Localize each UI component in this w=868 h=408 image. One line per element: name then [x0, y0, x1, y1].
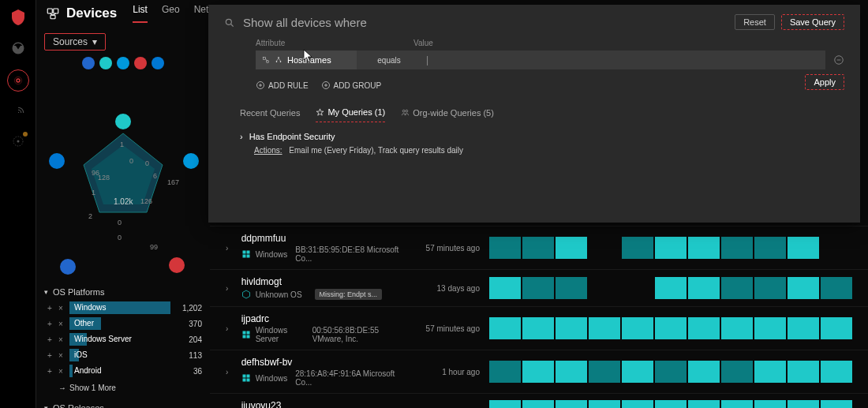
device-name: defhsbwf-bv: [241, 357, 410, 368]
activity-cell: [556, 361, 587, 383]
tab-list[interactable]: List: [133, 4, 148, 23]
chevron-down-icon: ▾: [44, 288, 48, 296]
reset-button[interactable]: Reset: [735, 14, 775, 30]
nav-dashboard-icon[interactable]: [11, 41, 25, 55]
activity-cell: [821, 361, 852, 383]
expand-icon[interactable]: ›: [226, 284, 232, 293]
operator-select[interactable]: equals: [357, 51, 421, 69]
device-os: Windows: [256, 374, 288, 383]
device-row[interactable]: › ijpadrc Windows Server 00:50:56:8B:DE:…: [210, 306, 868, 350]
radar-node[interactable]: [115, 114, 131, 129]
chevron-right-icon: ›: [240, 132, 243, 141]
device-row[interactable]: › hivldmogt Unknown OS Missing: Endpt s.…: [210, 269, 868, 306]
os-platform-row[interactable]: + × iOS 113: [44, 347, 202, 363]
star-icon: [316, 108, 324, 117]
add-filter-icon[interactable]: +: [44, 304, 55, 313]
apply-button[interactable]: Apply: [805, 74, 844, 90]
activity-cell: [754, 277, 786, 299]
radar-chart: 1.02k 1 96 128 6 167 99 126 2 1 0 0 0 0: [44, 74, 202, 279]
qtab-my[interactable]: My Queries (1): [316, 107, 385, 122]
devices-icon: [46, 6, 60, 21]
activity-cell: [489, 361, 521, 383]
value-input[interactable]: [430, 55, 821, 65]
add-filter-icon[interactable]: +: [44, 335, 55, 344]
os-releases-header[interactable]: ▾ OS Releases: [44, 400, 202, 408]
activity-cell: [721, 317, 753, 339]
page-title-text: Devices: [66, 6, 117, 21]
qtab-org[interactable]: Org-wide Queries (5): [401, 107, 494, 122]
expand-icon[interactable]: ›: [226, 324, 232, 333]
remove-filter-icon[interactable]: ×: [55, 304, 66, 313]
app-logo[interactable]: [9, 8, 28, 27]
add-rule-button[interactable]: ADD RULE: [256, 80, 309, 90]
nav-radar-icon[interactable]: [11, 106, 25, 120]
qtab-recent[interactable]: Recent Queries: [240, 107, 300, 122]
os-name: Windows: [74, 303, 107, 312]
os-platform-row[interactable]: + × Other 370: [44, 316, 202, 331]
add-filter-icon[interactable]: +: [44, 367, 55, 376]
source-icon[interactable]: [117, 57, 129, 69]
device-row[interactable]: › ddpmmfuu Windows BB:31:B5:95:DE:E8 Mic…: [210, 226, 868, 269]
nav-devices-icon[interactable]: [7, 69, 29, 92]
remove-filter-icon[interactable]: ×: [55, 367, 66, 376]
saved-query-name: Has Endpoint Security: [249, 132, 335, 141]
activity-cell: [821, 317, 852, 339]
svg-rect-5: [54, 9, 58, 13]
radar-node[interactable]: [49, 153, 65, 169]
expand-icon[interactable]: ›: [226, 368, 232, 376]
add-filter-icon[interactable]: +: [44, 351, 55, 360]
tab-geo[interactable]: Geo: [162, 4, 180, 23]
save-query-button[interactable]: Save Query: [781, 14, 844, 30]
sidebar: Sources ▾ 1.02k 1 96 128 6 167: [36, 27, 210, 408]
radar-node[interactable]: [169, 257, 185, 273]
source-icon[interactable]: [82, 57, 95, 69]
device-row[interactable]: › ijuvoyu23 Windows EC:F4:BB:F0:CE:2F De…: [210, 393, 868, 408]
device-os: Unknown OS: [256, 290, 302, 299]
radar-label: 0: [118, 219, 122, 226]
saved-query-row[interactable]: › Has Endpoint Security: [240, 132, 844, 141]
add-group-button[interactable]: ADD GROUP: [321, 80, 382, 90]
activity-cell: [788, 237, 819, 259]
source-icon[interactable]: [152, 57, 164, 69]
radar-node[interactable]: [183, 153, 199, 169]
os-count: 204: [170, 335, 202, 344]
svg-rect-15: [242, 331, 245, 335]
page-title: Devices: [46, 6, 117, 21]
leftnav: [0, 0, 36, 408]
remove-filter-icon[interactable]: ×: [55, 335, 66, 344]
os-platform-row[interactable]: + × Windows 1,202: [44, 300, 202, 316]
os-platform-row[interactable]: + × Windows Server 204: [44, 331, 202, 347]
os-count: 1,202: [170, 304, 202, 313]
os-platforms-header[interactable]: ▾ OS Platforms: [44, 284, 202, 300]
remove-filter-icon[interactable]: ×: [55, 320, 66, 328]
show-more-text: Show 1 More: [69, 384, 116, 392]
radar-label: 0: [129, 157, 133, 165]
os-platforms-section: ▾ OS Platforms + × Windows 1,202 + × Oth…: [44, 284, 202, 397]
activity-cell: [556, 237, 587, 259]
chevron-down-icon: ▾: [44, 404, 48, 408]
activity-cell: [788, 317, 819, 339]
remove-rule-button[interactable]: [833, 54, 844, 66]
device-name: ijpadrc: [241, 313, 410, 324]
os-icon: [241, 330, 251, 339]
os-platform-row[interactable]: + × Android 36: [44, 363, 202, 379]
remove-filter-icon[interactable]: ×: [55, 351, 66, 360]
sources-button[interactable]: Sources ▾: [44, 33, 106, 51]
activity-cell: [522, 361, 554, 383]
svg-rect-13: [242, 255, 245, 258]
add-filter-icon[interactable]: +: [44, 320, 55, 328]
radar-node[interactable]: [60, 259, 76, 275]
show-more-link[interactable]: →Show 1 More: [44, 379, 202, 397]
activity-cell: [522, 237, 554, 259]
nav-target-icon[interactable]: [11, 134, 25, 148]
svg-rect-34: [267, 61, 269, 63]
device-row[interactable]: › defhsbwf-bv Windows 28:16:A8:4F:91:6A …: [210, 350, 868, 393]
source-icon[interactable]: [134, 57, 147, 69]
radar-label: 2: [88, 212, 92, 220]
source-icon[interactable]: [99, 57, 112, 69]
activity-cell: [655, 317, 687, 339]
users-icon: [401, 108, 410, 117]
os-name: iOS: [74, 350, 88, 359]
activity-cell: [522, 277, 554, 299]
expand-icon[interactable]: ›: [226, 244, 232, 253]
